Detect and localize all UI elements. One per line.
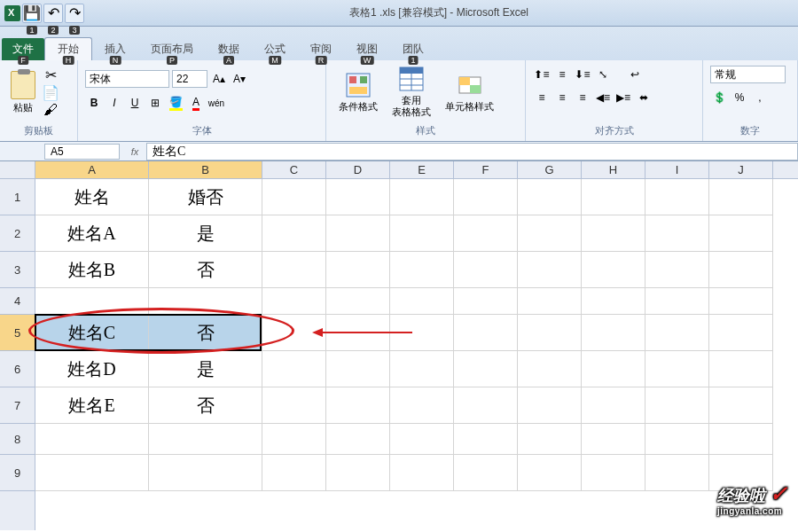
currency-icon: 💲 [713,91,726,104]
col-header-D[interactable]: D [326,161,390,178]
orientation-button[interactable]: ⤡ [594,66,612,83]
tab-view[interactable]: 视图 W [344,38,390,60]
fx-button[interactable]: fx [127,144,143,160]
cell-B6[interactable]: 是 [149,351,262,387]
cell-B1[interactable]: 婚否 [149,179,262,215]
font-color-button[interactable]: A [187,94,205,112]
paste-button[interactable]: 粘贴 [7,69,39,116]
col-header-E[interactable]: E [390,161,454,178]
cell-I1[interactable] [645,179,709,215]
name-box[interactable] [44,144,120,160]
number-format-select[interactable] [710,66,786,83]
outdent-icon: ◀≡ [596,91,610,104]
wrap-icon: ↩ [630,68,639,81]
cell-E1[interactable] [390,179,454,215]
cell-D1[interactable] [326,179,390,215]
decrease-indent-button[interactable]: ◀≡ [594,89,612,106]
increase-font-button[interactable]: A▴ [210,70,228,88]
tab-team-key: 1 [408,56,418,65]
conditional-format-button[interactable]: 条件格式 [333,70,383,115]
formula-input[interactable] [146,143,798,160]
ribbon: 粘贴 ✂ 📄 🖌 剪贴板 A▴ A▾ B I U ⊞ 🪣 [0,60,798,142]
cell-B7[interactable]: 否 [149,387,262,424]
row-header-6[interactable]: 6 [0,351,35,387]
row-header-4[interactable]: 4 [0,288,35,315]
row-header-8[interactable]: 8 [0,424,35,455]
font-size-select[interactable] [172,70,207,88]
phonetic-button[interactable]: wén [207,94,225,112]
formula-bar: fx [0,142,798,161]
col-header-C[interactable]: C [262,161,326,178]
cell-B5[interactable]: 否 [149,315,262,351]
underline-button[interactable]: U [126,94,144,112]
cell-A5[interactable]: 姓名C [35,315,149,351]
qat-undo-button[interactable]: ↶ 2 [43,4,63,23]
cut-button[interactable]: ✂ [43,66,59,82]
qat-save-button[interactable]: 💾 1 [22,4,42,23]
format-painter-button[interactable]: 🖌 [43,102,59,118]
align-bottom-button[interactable]: ⬇≡ [574,66,591,83]
row-header-1[interactable]: 1 [0,179,35,215]
currency-button[interactable]: 💲 [710,89,728,106]
align-right-icon: ≡ [579,91,585,104]
tab-insert[interactable]: 插入 N [92,38,138,60]
copy-button[interactable]: 📄 [43,84,59,100]
cell-A3[interactable]: 姓名B [35,252,149,288]
qat-redo-button[interactable]: ↷ 3 [65,4,84,23]
tab-data[interactable]: 数据 A [206,38,252,60]
col-header-I[interactable]: I [645,161,709,178]
border-icon: ⊞ [151,97,160,109]
table-format-button[interactable]: 套用 表格格式 [387,64,436,121]
col-header-F[interactable]: F [454,161,518,178]
cell-A7[interactable]: 姓名E [35,387,149,424]
col-header-H[interactable]: H [582,161,645,178]
border-button[interactable]: ⊞ [146,94,164,112]
wrap-text-button[interactable]: ↩ [626,66,644,83]
cell-A2[interactable]: 姓名A [35,215,149,252]
col-header-B[interactable]: B [149,161,262,178]
font-name-select[interactable] [85,70,169,88]
cell-H1[interactable] [582,179,645,215]
row-header-2[interactable]: 2 [0,215,35,252]
cell-A6[interactable]: 姓名D [35,351,149,387]
cell-C1[interactable] [262,179,326,215]
comma-button[interactable]: , [751,89,769,106]
col-header-J[interactable]: J [709,161,773,178]
cell-B2[interactable]: 是 [149,215,262,252]
cell-A1[interactable]: 姓名 [35,179,149,215]
cell-B4[interactable] [149,288,262,315]
tab-home[interactable]: 开始 H [44,37,92,60]
col-header-G[interactable]: G [518,161,582,178]
fill-color-button[interactable]: 🪣 [167,94,184,112]
row-header-9[interactable]: 9 [0,455,35,491]
cell-B3[interactable]: 否 [149,252,262,288]
bold-button[interactable]: B [85,94,103,112]
row-header-7[interactable]: 7 [0,387,35,424]
select-all-corner[interactable] [0,161,35,179]
decrease-font-button[interactable]: A▾ [231,70,248,88]
tab-review[interactable]: 审阅 R [298,38,344,60]
tab-layout[interactable]: 页面布局 P [138,38,206,60]
percent-button[interactable]: % [731,89,748,106]
align-top-button[interactable]: ⬆≡ [533,66,551,83]
cell-J1[interactable] [709,179,773,215]
align-right-button[interactable]: ≡ [574,89,591,106]
tab-formulas[interactable]: 公式 M [252,38,298,60]
increase-indent-button[interactable]: ▶≡ [614,89,632,106]
qat-key-3: 3 [69,26,79,35]
cells-grid[interactable]: 姓名 婚否 姓名A 是 姓名B 否 姓名C 否 [35,179,798,491]
cell-style-button[interactable]: 单元格样式 [440,70,499,115]
cell-G1[interactable] [518,179,582,215]
align-left-button[interactable]: ≡ [533,89,551,106]
italic-button[interactable]: I [106,94,123,112]
merge-button[interactable]: ⬌ [635,89,653,106]
tab-team[interactable]: 团队 1 [390,38,436,60]
row-header-5[interactable]: 5 [0,315,35,351]
align-middle-button[interactable]: ≡ [553,66,571,83]
cell-F1[interactable] [454,179,518,215]
tab-file[interactable]: 文件 F [2,38,44,60]
col-header-A[interactable]: A [35,161,149,178]
align-center-button[interactable]: ≡ [553,89,571,106]
cell-A4[interactable] [35,288,149,315]
row-header-3[interactable]: 3 [0,252,35,288]
